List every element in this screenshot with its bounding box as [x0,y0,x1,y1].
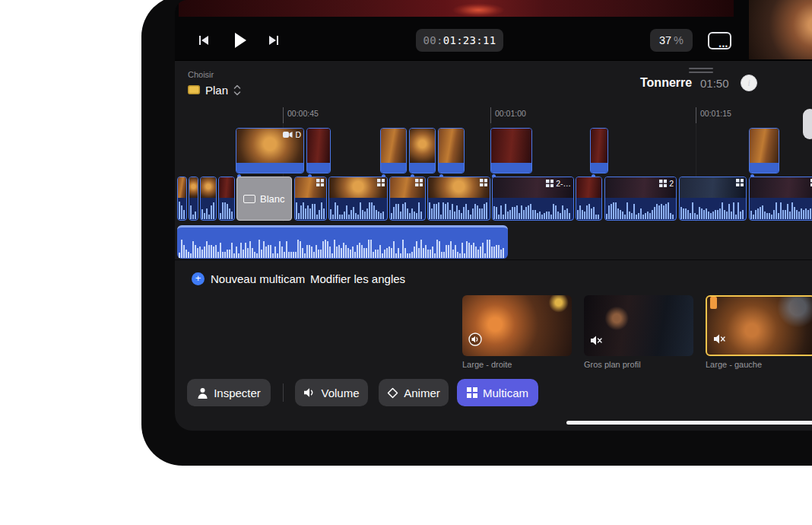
connected-clip[interactable]: D [236,128,304,173]
clip-type-icon [188,85,200,94]
angle-preview-thumbnail [749,0,812,59]
camera-icon [283,131,293,138]
connected-clip[interactable] [490,128,532,173]
connected-clip[interactable] [409,128,436,173]
clip-type-picker[interactable]: Plan [188,82,241,97]
mute-icon [590,335,603,346]
multicam-label: Multicam [483,387,528,399]
project-duration: 01:50 [700,77,729,90]
connected-clip[interactable] [306,128,331,173]
clip-type-value: Plan [205,84,228,97]
multicam-grid-icon [736,179,744,186]
multicam-grid-icon [546,180,553,187]
play-button[interactable] [231,32,249,49]
connected-clip[interactable] [438,128,465,173]
camera-angle-tag: D [283,130,301,139]
home-indicator[interactable] [566,421,812,425]
project-title: Tonnerre [640,76,692,90]
multicam-clip[interactable] [294,177,327,221]
zoom-level-control[interactable]: 37 % [650,29,693,52]
multicam-grid-icon [480,179,487,186]
multicam-clip[interactable] [749,177,812,221]
timecode-display[interactable]: 00:01:23:11 [416,29,503,52]
zoom-value: 37 [659,34,671,46]
speaker-icon [303,387,316,398]
mute-icon [713,333,726,345]
placeholder-icon [243,195,255,203]
app-screen: 00:01:23:11 37 % ••• Choisir Plan Tonner… [175,0,812,431]
picker-caption: Choisir [188,70,214,79]
person-icon [197,387,208,399]
multicam-grid-icon [415,179,423,186]
multicam-clip[interactable] [427,177,490,221]
ruler-label: 00:00:45 [287,109,319,118]
plus-icon: + [192,272,205,285]
multicam-clip[interactable] [328,177,388,221]
animate-button[interactable]: Animer [379,379,449,406]
connected-clips-row: D [175,128,812,173]
multicam-clip-label: 2-… [556,179,571,188]
volume-button[interactable]: Volume [295,379,368,406]
timecode-hours: 00: [423,34,442,46]
gap-clip-label: Blanc [260,193,285,205]
info-icon[interactable]: i [741,75,757,91]
inspect-button[interactable]: Inspecter [187,379,271,406]
multicam-clip[interactable] [389,177,426,221]
toolbar-divider [283,383,284,402]
ipad-frame: 00:01:23:11 37 % ••• Choisir Plan Tonner… [141,0,812,466]
skip-forward-button[interactable] [265,32,283,49]
angle-card-large-gauche-selected[interactable] [706,295,812,356]
section-divider [175,259,812,260]
timeline-clip[interactable] [177,177,187,221]
volume-label: Volume [321,387,359,399]
new-multicam-label: Nouveau multicam [211,272,305,285]
animate-label: Animer [404,387,440,399]
skip-back-button[interactable] [195,32,213,49]
multicam-button[interactable]: Multicam [457,379,538,406]
multicam-grid-icon [316,179,324,186]
more-dots-icon: ••• [719,43,728,50]
panel-resize-handle[interactable] [689,68,713,75]
connected-clip[interactable] [590,128,608,173]
timecode-value: 01:23:11 [443,34,496,46]
multicam-clip-label: 2 [669,179,674,188]
connected-clip[interactable] [749,128,779,173]
connected-clip[interactable] [380,128,407,173]
new-multicam-button[interactable]: + Nouveau multicam [192,272,305,285]
multicam-grid-icon [659,180,667,187]
multicam-clip[interactable] [576,177,602,221]
multicam-clip[interactable] [679,177,747,221]
audio-monitor-icon [468,332,482,346]
ruler-label: 00:01:15 [700,109,731,118]
angle-label: Gros plan profil [584,360,698,369]
multicam-clip[interactable]: 2 [604,177,677,221]
ruler-tick [283,107,284,123]
timeline-clip[interactable] [218,177,235,221]
inspect-label: Inspecter [214,387,261,399]
angle-label: Large - gauche [706,360,812,369]
viewer-bar: 00:01:23:11 37 % ••• [175,0,812,61]
primary-storyline: Blanc 2-… [175,177,812,221]
chevron-updown-icon [233,84,241,96]
ruler-tick [696,107,696,123]
edit-angles-button[interactable]: Modifier les angles [310,272,405,285]
viewer-video-preview [179,0,734,17]
skip-forward-icon [267,34,281,46]
play-icon [234,33,247,48]
audio-clip[interactable] [177,225,508,259]
multicam-grid-icon [377,179,385,186]
viewer-display-options-icon[interactable]: ••• [708,32,731,49]
keyframe-icon [387,387,398,399]
timeline-clip[interactable] [189,177,198,221]
angle-card-large-droite[interactable] [462,295,572,356]
multicam-clip[interactable]: 2-… [492,177,574,221]
ruler-label: 00:01:00 [495,109,526,118]
timeline-clip[interactable] [200,177,217,221]
gap-clip-blanc[interactable]: Blanc [236,177,292,221]
playhead-marker [710,297,717,309]
grid-icon [467,387,477,398]
angle-label: Large - droite [462,360,576,369]
angle-card-gros-plan[interactable] [584,295,693,356]
ruler-tick [490,107,491,123]
zoom-unit: % [674,34,684,46]
